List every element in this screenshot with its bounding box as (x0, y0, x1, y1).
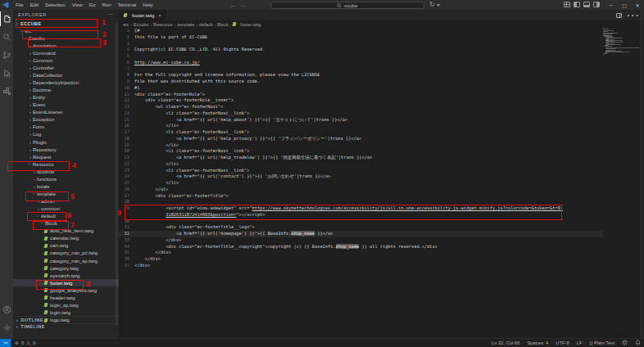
maximize-button[interactable]: ▢ (618, 0, 631, 10)
code-line-28[interactable]: 28 (119, 199, 603, 205)
tree-item-functions[interactable]: ›functions (13, 175, 119, 183)
menu-selection[interactable]: Selection (42, 2, 69, 7)
code-line-12[interactable]: 12 <div class="ec-footerRole__inner"> (119, 97, 603, 104)
tree-item-form[interactable]: ›Form (13, 124, 119, 131)
search-icon[interactable] (0, 28, 13, 46)
customize-layout-icon[interactable] (564, 2, 570, 7)
tree-item-template[interactable]: ›template (13, 190, 119, 197)
tree-item-eccube[interactable]: ›Eccube (13, 34, 119, 42)
tree-item-eventlistener[interactable]: ›EventListener (13, 109, 119, 116)
tree-item-locale[interactable]: ›locale (13, 183, 119, 190)
menu-view[interactable]: View (69, 2, 86, 7)
minimize-button[interactable]: ─ (605, 0, 618, 10)
breadcrumb-item-footer-twig[interactable]: footer.twig (240, 22, 261, 27)
tree-item-google-analytics-twig[interactable]: google_analytics.twig (13, 286, 119, 294)
status-item-spaces-4[interactable]: Spaces: 4 (528, 340, 549, 345)
tree-item-login-sp-twig[interactable]: login_sp.twig (13, 301, 119, 309)
tree-item-category-nav-sp-twig[interactable]: category_nav_sp.twig (13, 257, 119, 264)
tree-item-footer-twig[interactable]: footer.twig (13, 279, 119, 286)
extensions-icon[interactable] (0, 82, 13, 100)
code-line-24[interactable]: 24 <a href="{{ url('contact') }}">{{ 'お問… (119, 174, 603, 180)
tree-item-default[interactable]: ›default (13, 213, 119, 220)
tree-item-exception[interactable]: ›Exception (13, 116, 119, 124)
menu-help[interactable]: Help (139, 2, 156, 7)
menu-file[interactable]: File (12, 2, 27, 7)
breadcrumb-item-template[interactable]: template (177, 22, 194, 27)
tree-item-entity[interactable]: ›Entity (13, 94, 119, 101)
code-line-11[interactable]: 11<div class="ec-footerRole"> (119, 92, 603, 98)
breadcrumb-item-eccube[interactable]: Eccube (134, 22, 148, 27)
minimap[interactable] (603, 28, 640, 55)
menu-go[interactable]: Go (86, 2, 99, 7)
code-line-4[interactable]: 4Copyright(c) EC-CUBE CO.,LTD. All Right… (119, 47, 603, 53)
toggle-secondary-sidebar-icon[interactable] (593, 2, 600, 7)
section-timeline[interactable]: ›TIMELINE (13, 323, 119, 331)
tree-item-block[interactable]: ›Block (13, 220, 119, 228)
notifications-bell-icon[interactable] (635, 340, 641, 346)
code-line-1[interactable]: 1{# (119, 28, 603, 34)
explorer-icon[interactable] (0, 10, 13, 28)
section-outline[interactable]: ›OUTLINE (13, 316, 119, 323)
breadcrumb-item-default[interactable]: default (199, 22, 213, 27)
tree-item-eccube[interactable]: ›ECCUBE (13, 20, 119, 27)
code-line-15[interactable]: 15 <a href="{{ url('help_about') }}">{{ … (119, 117, 603, 124)
code-line-5[interactable]: 5 (119, 53, 603, 60)
toggle-panel-icon[interactable] (583, 2, 590, 7)
forward-icon[interactable]: → (241, 2, 247, 8)
tree-item-common[interactable]: ›Common (13, 56, 119, 64)
tree-item-doctrine[interactable]: ›Doctrine (13, 87, 119, 94)
tree-item-plugin[interactable]: ›Plugin (13, 138, 119, 146)
code-line-22[interactable]: 22 </li> (119, 161, 603, 168)
tree-item-auto-new-item-twig[interactable]: auto_new_item.twig (13, 228, 119, 235)
code-line-31[interactable]: 31 <div class="ec-footerTitle__logo"> (119, 224, 603, 231)
tree-item-header-twig[interactable]: header.twig (13, 294, 119, 301)
code-line-6[interactable]: 6http://www.ec-cube.co.jp/ (119, 60, 603, 66)
menu-run[interactable]: Run (99, 2, 115, 7)
tree-item-controller[interactable]: ›Controller (13, 64, 119, 71)
tree-item-src[interactable]: ›src (13, 27, 119, 34)
split-editor-icon[interactable] (616, 13, 622, 18)
code-line-36[interactable]: 36 </div> (119, 256, 603, 263)
tree-item-command[interactable]: ›Command (13, 49, 119, 56)
tree-item-annotation[interactable]: ›Annotation (13, 42, 119, 49)
run-debug-icon[interactable] (0, 64, 13, 82)
code-line-21[interactable]: 21 <a href="{{ url('help_tradelaw') }}">… (119, 155, 603, 161)
code-area[interactable]: 1{#2This file is part of EC-CUBE34Copyri… (119, 28, 603, 269)
code-line-8[interactable]: 8For the full copyright and license info… (119, 72, 603, 79)
breadcrumb-item-src[interactable]: src (123, 22, 129, 27)
code-line-37[interactable]: 37</div> (119, 263, 603, 269)
back-icon[interactable]: ← (230, 2, 236, 8)
tree-item-calendar-twig[interactable]: calendar.twig (13, 235, 119, 242)
code-line-10[interactable]: 10#} (119, 85, 603, 92)
tree-item-cart-twig[interactable]: cart.twig (13, 242, 119, 250)
tree-item-category-twig[interactable]: category.twig (13, 264, 119, 272)
code-line-wrap[interactable]: 31826311872414603&position="></script> (119, 212, 603, 219)
code-line-29[interactable]: 29 <script id="aioa-adawidget" src="http… (119, 205, 603, 212)
code-line-34[interactable]: 34 <div class="ec-footerTitle__copyright… (119, 244, 603, 250)
sync-icon[interactable]: ↻ (429, 1, 440, 8)
code-line-25[interactable]: 25 </li> (119, 180, 603, 187)
editor-scrollbar[interactable] (640, 10, 643, 338)
close-tab-icon[interactable]: × (158, 13, 161, 18)
status-item-lf[interactable]: LF (577, 340, 583, 345)
tree-item-category-nav-pc-twig[interactable]: category_nav_pc.twig (13, 250, 119, 257)
code-line-30[interactable]: 30 (119, 219, 603, 225)
code-line-2[interactable]: 2This file is part of EC-CUBE (119, 34, 603, 41)
status-item-ln-32-col-66[interactable]: Ln 32, Col 66 (492, 340, 519, 345)
code-line-33[interactable]: 33 </div> (119, 237, 603, 244)
code-line-19[interactable]: 19 </li> (119, 142, 603, 149)
code-line-17[interactable]: 17 <li class="ec-footerNavi__link"> (119, 129, 603, 136)
tree-item-datacollector[interactable]: ›DataCollector (13, 71, 119, 79)
code-line-16[interactable]: 16 </li> (119, 123, 603, 129)
settings-gear-icon[interactable] (0, 318, 13, 336)
status-item-plain-text[interactable]: {} Plain Text (589, 340, 615, 345)
close-button[interactable]: ✕ (631, 0, 644, 10)
tree-item-doctrine[interactable]: ›doctrine (13, 168, 119, 175)
command-center-search[interactable]: ecube (270, 2, 424, 9)
account-icon[interactable] (0, 300, 13, 318)
tree-item-common[interactable]: ›common (13, 205, 119, 213)
sidebar-scrollbar[interactable] (116, 23, 118, 326)
code-line-3[interactable]: 3 (119, 41, 603, 47)
code-line-7[interactable]: 7 (119, 66, 603, 73)
menu-terminal[interactable]: Terminal (115, 2, 140, 7)
